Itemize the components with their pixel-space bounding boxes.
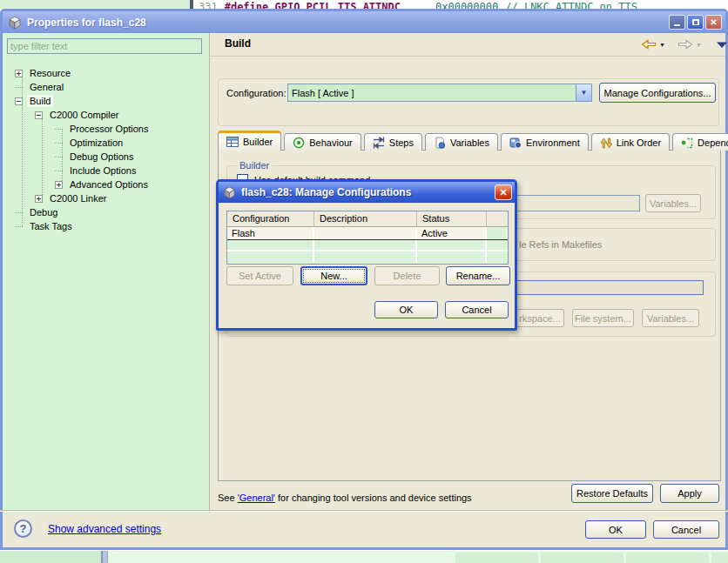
expander-icon[interactable]: + <box>35 195 43 203</box>
table-row-empty <box>227 240 508 251</box>
close-icon[interactable]: ✕ <box>495 184 512 200</box>
app-cube-icon <box>223 186 236 199</box>
expander-icon[interactable]: + <box>55 181 63 189</box>
background-bottom-strip <box>0 550 728 563</box>
forward-dropdown-icon[interactable]: ▼ <box>696 42 702 48</box>
dialog-ok-button[interactable]: OK <box>374 301 438 318</box>
tree-connector <box>42 115 43 198</box>
editor-margin <box>0 0 190 9</box>
steps-tab-icon <box>373 137 385 149</box>
close-button[interactable]: ✕ <box>705 15 722 30</box>
forward-arrow-icon[interactable] <box>677 38 693 50</box>
bottom-cell <box>541 553 624 563</box>
footer-note: See 'General' for changing tool versions… <box>218 493 472 503</box>
sidebar-item-build[interactable]: −Build <box>15 94 53 108</box>
tree-label: Resource <box>27 67 73 79</box>
variables-tab-icon <box>434 137 446 149</box>
general-link[interactable]: 'General' <box>238 493 275 503</box>
tab-behaviour[interactable]: Behaviour <box>284 133 361 151</box>
header-separator <box>210 56 725 57</box>
line-number: 331 <box>199 1 218 9</box>
dialog-titlebar[interactable]: flash_c28: Manage Configurations ✕ <box>219 182 515 203</box>
cell-status: Active <box>417 227 487 239</box>
manage-configurations-button[interactable]: Manage Configurations... <box>599 83 716 103</box>
app-cube-icon <box>8 16 22 30</box>
column-header: Status <box>417 211 487 226</box>
view-menu-icon[interactable] <box>716 41 728 49</box>
rename-button[interactable]: Rename... <box>446 266 510 285</box>
table-row[interactable]: Flash Active <box>227 227 508 240</box>
tab-builder[interactable]: Builder <box>218 131 281 151</box>
tree-label-selected: Build <box>27 95 53 107</box>
dialog-cancel-button[interactable]: Cancel <box>445 301 509 318</box>
filter-input[interactable] <box>7 38 202 54</box>
sidebar-item-processor-options[interactable]: Processor Options <box>55 122 151 136</box>
tree-label: Optimization <box>67 137 125 149</box>
tab-variables[interactable]: Variables <box>425 133 498 151</box>
tab-label: Dependencies <box>698 137 728 148</box>
tab-steps[interactable]: Steps <box>364 133 422 151</box>
editor-divider <box>190 0 193 9</box>
dialog-title: flash_c28: Manage Configurations <box>241 186 411 198</box>
tree-connector <box>55 129 63 130</box>
tab-link-order[interactable]: Link Order <box>591 133 670 151</box>
sidebar-item-resource[interactable]: +Resource <box>15 66 73 80</box>
builder-tab-icon <box>226 137 239 147</box>
table-row-empty <box>227 251 508 263</box>
footer-note-prefix: See <box>218 493 238 503</box>
tab-dependencies[interactable]: Dependencies <box>672 133 728 151</box>
maximize-button[interactable] <box>687 15 704 30</box>
background-editor-strip: 331#define GPIO_PCIL_TTS_ATTNDC0x0000000… <box>0 0 728 9</box>
restore-defaults-button[interactable]: Restore Defaults <box>571 484 653 503</box>
tree-connector <box>15 87 23 88</box>
tree-label: Include Options <box>67 164 138 177</box>
minimize-button[interactable] <box>669 15 685 30</box>
ok-button[interactable]: OK <box>585 520 646 539</box>
sidebar-item-debug[interactable]: Debug <box>15 205 60 219</box>
sidebar-item-general[interactable]: General <box>15 80 66 94</box>
file-system-button[interactable]: File system... <box>572 309 634 327</box>
cancel-button[interactable]: Cancel <box>653 520 719 539</box>
show-advanced-settings-link[interactable]: Show advanced settings <box>48 523 161 535</box>
expander-icon[interactable]: + <box>15 70 23 77</box>
tab-label: Steps <box>389 137 414 148</box>
navigation-panel: +Resource General −Build −C2000 Compiler… <box>3 33 210 513</box>
sidebar-item-task-tags[interactable]: Task Tags <box>15 219 75 233</box>
table-header: Configuration Description Status <box>227 211 508 227</box>
help-button[interactable]: ? <box>14 519 32 538</box>
new-button[interactable]: New... <box>300 266 367 285</box>
footer-note-suffix: for changing tool versions and device se… <box>275 493 472 503</box>
tree-connector <box>55 171 63 171</box>
code-directive: #define GPIO_PCIL_TTS_ATTNDC <box>225 1 401 9</box>
tab-environment[interactable]: Environment <box>501 133 589 151</box>
back-dropdown-icon[interactable]: ▼ <box>659 42 665 48</box>
workspace-button[interactable]: rkspace... <box>517 309 564 327</box>
cell-configuration: Flash <box>227 227 314 239</box>
cell-description <box>314 227 417 239</box>
back-arrow-icon[interactable] <box>641 38 657 50</box>
variables-button-2[interactable]: Variables... <box>642 309 699 327</box>
sidebar-item-c2000-compiler[interactable]: −C2000 Compiler <box>35 108 121 122</box>
sidebar-item-c2000-linker[interactable]: +C2000 Linker <box>35 191 109 205</box>
expander-icon[interactable]: − <box>35 111 43 119</box>
apply-button[interactable]: Apply <box>660 484 719 503</box>
environment-tab-icon <box>509 137 522 149</box>
tree-label: Debug <box>27 206 60 218</box>
set-active-button[interactable]: Set Active <box>226 266 293 285</box>
tree-label: General <box>27 81 66 93</box>
variables-button[interactable]: Variables... <box>645 194 701 212</box>
delete-button[interactable]: Delete <box>374 266 440 285</box>
cell-empty <box>487 227 506 239</box>
column-header: Configuration <box>227 211 314 226</box>
bottom-cell <box>711 553 728 563</box>
configurations-table: Configuration Description Status Flash A… <box>226 211 509 265</box>
expander-icon[interactable]: − <box>15 97 23 105</box>
editor-code-line: 331#define GPIO_PCIL_TTS_ATTNDC0x0000000… <box>199 1 637 9</box>
sidebar-item-advanced-options[interactable]: +Advanced Options <box>55 178 151 191</box>
sidebar-item-include-options[interactable]: Include Options <box>55 164 138 178</box>
column-header: Description <box>314 211 417 226</box>
configuration-select[interactable]: Flash [ Active ] ▼ <box>287 84 592 102</box>
sidebar-item-optimization[interactable]: Optimization <box>55 136 125 150</box>
sidebar-item-debug-options[interactable]: Debug Options <box>55 150 136 164</box>
window-titlebar[interactable]: Properties for flash_c28 ✕ <box>3 11 725 33</box>
